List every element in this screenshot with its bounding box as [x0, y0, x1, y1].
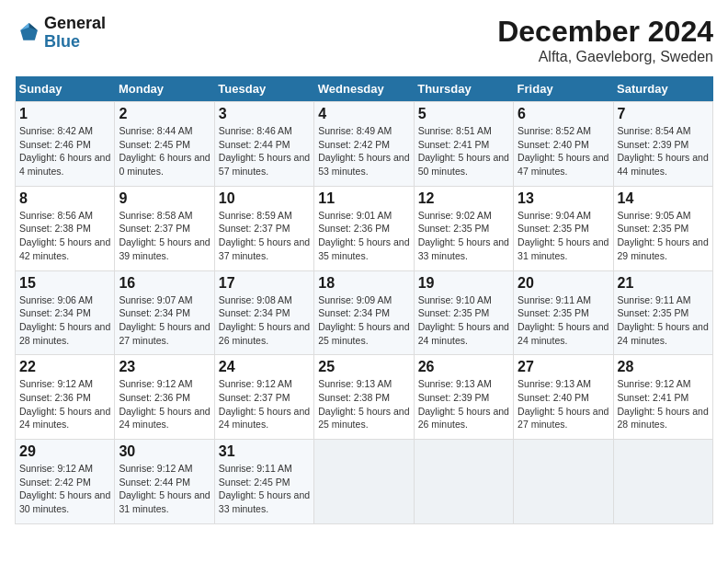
day-detail: Sunrise: 8:44 AMSunset: 2:45 PMDaylight:…	[119, 125, 210, 177]
day-detail: Sunrise: 9:12 AMSunset: 2:44 PMDaylight:…	[119, 463, 210, 514]
day-detail: Sunrise: 9:12 AMSunset: 2:36 PMDaylight:…	[19, 378, 110, 430]
day-cell: 24Sunrise: 9:12 AMSunset: 2:37 PMDayligh…	[214, 355, 313, 440]
day-cell: 17Sunrise: 9:08 AMSunset: 2:34 PMDayligh…	[214, 270, 313, 355]
day-detail: Sunrise: 9:04 AMSunset: 2:35 PMDaylight:…	[518, 210, 609, 261]
day-detail: Sunrise: 9:07 AMSunset: 2:34 PMDaylight:…	[119, 294, 210, 346]
day-detail: Sunrise: 8:51 AMSunset: 2:41 PMDaylight:…	[418, 125, 509, 177]
day-detail: Sunrise: 8:46 AMSunset: 2:44 PMDaylight:…	[219, 125, 310, 177]
week-row-2: 8Sunrise: 8:56 AMSunset: 2:38 PMDaylight…	[16, 186, 713, 270]
day-detail: Sunrise: 9:12 AMSunset: 2:36 PMDaylight:…	[119, 378, 210, 430]
day-number: 3	[219, 106, 310, 122]
day-detail: Sunrise: 9:11 AMSunset: 2:35 PMDaylight:…	[518, 294, 609, 346]
week-row-1: 1Sunrise: 8:42 AMSunset: 2:46 PMDaylight…	[16, 102, 713, 187]
header-thursday: Thursday	[414, 76, 513, 102]
day-cell: 8Sunrise: 8:56 AMSunset: 2:38 PMDaylight…	[16, 186, 115, 270]
week-row-4: 22Sunrise: 9:12 AMSunset: 2:36 PMDayligh…	[16, 355, 713, 440]
day-detail: Sunrise: 9:12 AMSunset: 2:41 PMDaylight:…	[618, 378, 709, 430]
day-number: 2	[119, 106, 210, 122]
day-detail: Sunrise: 9:10 AMSunset: 2:35 PMDaylight:…	[418, 294, 509, 346]
day-number: 5	[418, 106, 509, 122]
day-detail: Sunrise: 8:52 AMSunset: 2:40 PMDaylight:…	[518, 125, 609, 177]
day-number: 4	[318, 106, 409, 122]
logo: General Blue	[15, 15, 106, 52]
day-detail: Sunrise: 9:09 AMSunset: 2:34 PMDaylight:…	[318, 294, 409, 346]
day-number: 11	[318, 190, 409, 207]
day-number: 13	[518, 190, 609, 207]
day-cell: 14Sunrise: 9:05 AMSunset: 2:35 PMDayligh…	[613, 186, 712, 270]
logo-line1: General	[44, 15, 106, 33]
day-cell: 10Sunrise: 8:59 AMSunset: 2:37 PMDayligh…	[214, 186, 313, 270]
day-detail: Sunrise: 9:13 AMSunset: 2:40 PMDaylight:…	[518, 378, 609, 430]
day-number: 17	[219, 275, 310, 292]
logo-line2: Blue	[44, 33, 106, 52]
day-detail: Sunrise: 8:49 AMSunset: 2:42 PMDaylight:…	[318, 125, 409, 177]
day-number: 19	[418, 275, 509, 292]
header-wednesday: Wednesday	[314, 76, 414, 102]
day-cell: 22Sunrise: 9:12 AMSunset: 2:36 PMDayligh…	[16, 355, 115, 440]
day-number: 28	[618, 359, 709, 375]
day-cell: 4Sunrise: 8:49 AMSunset: 2:42 PMDaylight…	[314, 102, 414, 187]
day-cell: 18Sunrise: 9:09 AMSunset: 2:34 PMDayligh…	[314, 270, 414, 355]
day-number: 8	[19, 190, 110, 207]
day-cell: 30Sunrise: 9:12 AMSunset: 2:44 PMDayligh…	[115, 440, 214, 524]
day-detail: Sunrise: 9:13 AMSunset: 2:38 PMDaylight:…	[318, 378, 409, 430]
day-detail: Sunrise: 8:42 AMSunset: 2:46 PMDaylight:…	[19, 125, 110, 177]
day-detail: Sunrise: 9:12 AMSunset: 2:42 PMDaylight:…	[19, 463, 110, 514]
day-cell: 9Sunrise: 8:58 AMSunset: 2:37 PMDaylight…	[115, 186, 214, 270]
day-cell: 5Sunrise: 8:51 AMSunset: 2:41 PMDaylight…	[414, 102, 513, 187]
day-number: 31	[219, 443, 310, 460]
day-detail: Sunrise: 9:11 AMSunset: 2:35 PMDaylight:…	[618, 294, 709, 346]
day-number: 9	[119, 190, 210, 207]
day-number: 15	[19, 275, 110, 292]
day-detail: Sunrise: 9:05 AMSunset: 2:35 PMDaylight:…	[618, 210, 709, 261]
day-detail: Sunrise: 9:11 AMSunset: 2:45 PMDaylight:…	[219, 463, 310, 514]
day-number: 7	[618, 106, 709, 122]
week-row-5: 29Sunrise: 9:12 AMSunset: 2:42 PMDayligh…	[16, 440, 713, 524]
day-cell: 16Sunrise: 9:07 AMSunset: 2:34 PMDayligh…	[115, 270, 214, 355]
day-detail: Sunrise: 9:12 AMSunset: 2:37 PMDaylight:…	[219, 378, 310, 430]
day-cell	[613, 440, 712, 524]
day-detail: Sunrise: 9:01 AMSunset: 2:36 PMDaylight:…	[318, 210, 409, 261]
day-number: 30	[119, 443, 210, 460]
day-cell	[414, 440, 513, 524]
day-number: 26	[418, 359, 509, 375]
day-cell: 11Sunrise: 9:01 AMSunset: 2:36 PMDayligh…	[314, 186, 414, 270]
logo-icon	[15, 20, 40, 46]
header-saturday: Saturday	[613, 76, 712, 102]
day-detail: Sunrise: 8:56 AMSunset: 2:38 PMDaylight:…	[19, 210, 110, 261]
day-cell	[314, 440, 414, 524]
day-number: 12	[418, 190, 509, 207]
day-number: 21	[618, 275, 709, 292]
day-cell: 6Sunrise: 8:52 AMSunset: 2:40 PMDaylight…	[514, 102, 613, 187]
day-number: 25	[318, 359, 409, 375]
day-number: 6	[518, 106, 609, 122]
title-area: December 2024 Alfta, Gaevleborg, Sweden	[497, 15, 713, 65]
header-tuesday: Tuesday	[214, 76, 313, 102]
header-friday: Friday	[514, 76, 613, 102]
day-number: 16	[119, 275, 210, 292]
day-number: 14	[618, 190, 709, 207]
day-cell: 20Sunrise: 9:11 AMSunset: 2:35 PMDayligh…	[514, 270, 613, 355]
day-number: 22	[19, 359, 110, 375]
day-detail: Sunrise: 8:59 AMSunset: 2:37 PMDaylight:…	[219, 210, 310, 261]
day-number: 20	[518, 275, 609, 292]
day-detail: Sunrise: 8:54 AMSunset: 2:39 PMDaylight:…	[618, 125, 709, 177]
day-number: 24	[219, 359, 310, 375]
day-cell: 31Sunrise: 9:11 AMSunset: 2:45 PMDayligh…	[214, 440, 313, 524]
day-cell: 1Sunrise: 8:42 AMSunset: 2:46 PMDaylight…	[16, 102, 115, 187]
day-cell: 26Sunrise: 9:13 AMSunset: 2:39 PMDayligh…	[414, 355, 513, 440]
day-cell: 13Sunrise: 9:04 AMSunset: 2:35 PMDayligh…	[514, 186, 613, 270]
day-detail: Sunrise: 8:58 AMSunset: 2:37 PMDaylight:…	[119, 210, 210, 261]
day-detail: Sunrise: 9:02 AMSunset: 2:35 PMDaylight:…	[418, 210, 509, 261]
day-detail: Sunrise: 9:06 AMSunset: 2:34 PMDaylight:…	[19, 294, 110, 346]
day-number: 27	[518, 359, 609, 375]
day-cell: 7Sunrise: 8:54 AMSunset: 2:39 PMDaylight…	[613, 102, 712, 187]
day-number: 10	[219, 190, 310, 207]
day-number: 29	[19, 443, 110, 460]
day-number: 18	[318, 275, 409, 292]
header-row: SundayMondayTuesdayWednesdayThursdayFrid…	[16, 76, 713, 102]
day-cell: 19Sunrise: 9:10 AMSunset: 2:35 PMDayligh…	[414, 270, 513, 355]
day-cell: 25Sunrise: 9:13 AMSunset: 2:38 PMDayligh…	[314, 355, 414, 440]
main-title: December 2024	[497, 15, 713, 49]
calendar-table: SundayMondayTuesdayWednesdayThursdayFrid…	[15, 76, 713, 524]
